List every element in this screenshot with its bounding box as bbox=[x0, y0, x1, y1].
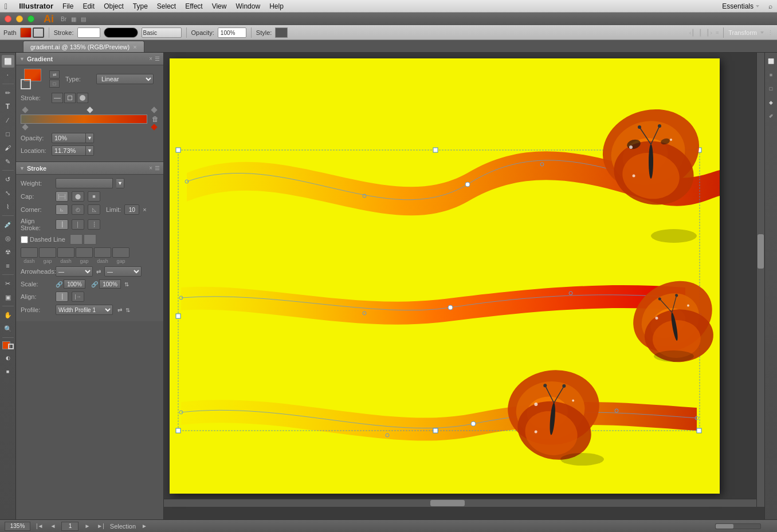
stroke-panel-menu-icon[interactable]: ☰ bbox=[155, 165, 160, 171]
document-tab[interactable]: gradient.ai @ 135% (RGB/Preview) × bbox=[23, 41, 144, 52]
gradient-panel-collapse-icon[interactable]: ▼ bbox=[19, 56, 25, 62]
minimize-button[interactable] bbox=[16, 15, 23, 22]
opacity-dropdown-arrow[interactable]: ▼ bbox=[86, 133, 94, 143]
stroke-align-1[interactable] bbox=[52, 93, 63, 103]
arrowhead-swap-icon[interactable]: ⇄ bbox=[96, 269, 101, 275]
square-cap-btn[interactable]: ■ bbox=[88, 191, 100, 202]
stroke-color-box[interactable] bbox=[8, 344, 14, 349]
arrange-icon[interactable]: ▤ bbox=[81, 16, 86, 22]
stroke-panel-header[interactable]: ▼ Stroke × ☰ bbox=[16, 162, 163, 175]
menu-view[interactable]: View bbox=[212, 2, 227, 10]
search-icon[interactable]: ⌕ bbox=[768, 2, 772, 10]
scale-value-1-input[interactable] bbox=[64, 279, 85, 289]
blend-tool[interactable]: ◎ bbox=[2, 232, 14, 245]
direct-selection-tool[interactable]: ⬝ bbox=[2, 69, 14, 81]
menu-type[interactable]: Type bbox=[133, 2, 148, 10]
butt-cap-btn[interactable]: |—| bbox=[56, 191, 68, 202]
stroke-align-2[interactable] bbox=[64, 93, 76, 103]
dashed-preset-1[interactable] bbox=[70, 234, 83, 245]
profile-flip-x-icon[interactable]: ⇄ bbox=[117, 307, 122, 313]
eraser-tool[interactable]: ▣ bbox=[2, 291, 14, 304]
menu-help[interactable]: Help bbox=[269, 2, 284, 10]
gradient-stroke-swatch[interactable] bbox=[21, 79, 31, 89]
right-panel-3[interactable]: □ bbox=[765, 82, 778, 95]
gradient-edit-icon[interactable]: □ bbox=[49, 80, 60, 88]
scale-tool[interactable]: ⤡ bbox=[2, 187, 14, 199]
arrowhead-end-select[interactable]: — bbox=[104, 266, 142, 277]
dash-input-2[interactable] bbox=[57, 247, 74, 258]
gradient-type-select[interactable]: Linear Radial bbox=[96, 74, 154, 84]
align-center-icon[interactable]: ┃ bbox=[698, 29, 703, 37]
menu-file[interactable]: File bbox=[62, 2, 73, 10]
panel-options-icon[interactable]: ⋮ bbox=[767, 29, 774, 37]
gap-input-3[interactable] bbox=[112, 247, 130, 258]
anchor-1-center[interactable] bbox=[465, 182, 470, 187]
stroke-weight-input[interactable] bbox=[77, 27, 100, 38]
gradient-stop-bottom-right[interactable] bbox=[151, 124, 157, 130]
nav-last-btn[interactable]: ►| bbox=[96, 523, 105, 529]
gradient-panel-header[interactable]: ▼ Gradient × ☰ bbox=[16, 53, 163, 65]
weight-value-input[interactable] bbox=[56, 178, 113, 188]
right-panel-5[interactable]: ✐ bbox=[765, 110, 778, 123]
horizontal-scroll-thumb[interactable] bbox=[430, 500, 465, 506]
location-dropdown-arrow[interactable]: ▼ bbox=[86, 145, 94, 156]
menu-window[interactable]: Window bbox=[236, 2, 260, 10]
rotate-tool[interactable]: ↺ bbox=[2, 173, 14, 186]
column-tool[interactable]: ≡ bbox=[2, 259, 14, 272]
type-tool[interactable]: T bbox=[2, 100, 14, 113]
opacity-input[interactable] bbox=[218, 27, 246, 38]
right-panel-4[interactable]: ◆ bbox=[765, 96, 778, 109]
slice-tool[interactable]: ✂ bbox=[2, 277, 14, 290]
round-cap-btn[interactable]: ⬤ bbox=[72, 191, 84, 202]
bridge-icon[interactable]: Br bbox=[61, 16, 66, 22]
menu-object[interactable]: Object bbox=[104, 2, 124, 10]
dash-input-1[interactable] bbox=[21, 247, 38, 258]
scale-link-icon[interactable]: 🔗 bbox=[91, 281, 98, 287]
fill-swatch[interactable] bbox=[20, 27, 32, 38]
apple-menu[interactable]:  bbox=[5, 2, 7, 11]
stroke-panel-close-icon[interactable]: × bbox=[149, 165, 152, 171]
maximize-button[interactable] bbox=[28, 15, 34, 22]
menu-select[interactable]: Select bbox=[157, 2, 176, 10]
gap-input-2[interactable] bbox=[76, 247, 93, 258]
dashed-line-checkbox[interactable] bbox=[21, 236, 28, 243]
align-to-end-btn[interactable]: |→ bbox=[72, 291, 84, 302]
align-left-icon[interactable]: ‹┃ bbox=[689, 29, 696, 37]
right-panel-1[interactable]: ⬜ bbox=[765, 55, 778, 68]
right-panel-2[interactable]: ≡ bbox=[765, 69, 778, 81]
menu-edit[interactable]: Edit bbox=[83, 2, 95, 10]
color-mode-toggle[interactable]: ◐ bbox=[2, 352, 14, 364]
stroke-panel-collapse-icon[interactable]: ▼ bbox=[19, 165, 25, 171]
pencil-tool[interactable]: ✎ bbox=[2, 155, 14, 168]
handle-tl[interactable] bbox=[176, 148, 180, 152]
dashed-preset-2[interactable] bbox=[84, 234, 96, 245]
gradient-bar[interactable] bbox=[21, 115, 147, 124]
essentials-dropdown[interactable]: Essentials bbox=[722, 2, 759, 10]
canvas-area[interactable] bbox=[164, 53, 764, 519]
rectangle-tool[interactable]: □ bbox=[2, 128, 14, 140]
handle-br[interactable] bbox=[697, 428, 701, 433]
screen-mode-toggle[interactable]: ■ bbox=[2, 365, 14, 378]
dashed-line-checkbox-label[interactable]: Dashed Line bbox=[21, 236, 65, 243]
menu-effect[interactable]: Effect bbox=[185, 2, 202, 10]
gradient-panel-close-icon[interactable]: × bbox=[149, 56, 152, 62]
limit-x-btn[interactable]: × bbox=[143, 206, 146, 213]
handle-tc[interactable] bbox=[433, 148, 438, 152]
eyedropper-tool[interactable]: 💉 bbox=[2, 218, 14, 231]
tab-close-icon[interactable]: × bbox=[133, 44, 136, 50]
horizontal-scrollbar[interactable] bbox=[164, 499, 756, 507]
mode-dropdown-arrow[interactable]: ► bbox=[140, 523, 148, 529]
align-outside-stroke-btn[interactable]: ┆ bbox=[88, 219, 100, 230]
page-input[interactable] bbox=[61, 522, 79, 531]
nav-next-btn[interactable]: ► bbox=[83, 523, 91, 529]
selection-tool[interactable]: ⬜ bbox=[2, 55, 14, 68]
bevel-join-btn[interactable]: ◺ bbox=[88, 204, 100, 215]
anchor-3-center[interactable] bbox=[471, 421, 476, 426]
align-inside-stroke-btn[interactable]: │ bbox=[72, 219, 84, 230]
view-icon[interactable]: ▦ bbox=[71, 16, 76, 22]
handle-bc[interactable] bbox=[433, 428, 438, 433]
handle-ml[interactable] bbox=[176, 314, 180, 318]
brush-selector[interactable] bbox=[142, 27, 182, 38]
gradient-stop-top-right[interactable] bbox=[151, 107, 157, 113]
round-join-btn[interactable]: ◴ bbox=[72, 204, 84, 215]
